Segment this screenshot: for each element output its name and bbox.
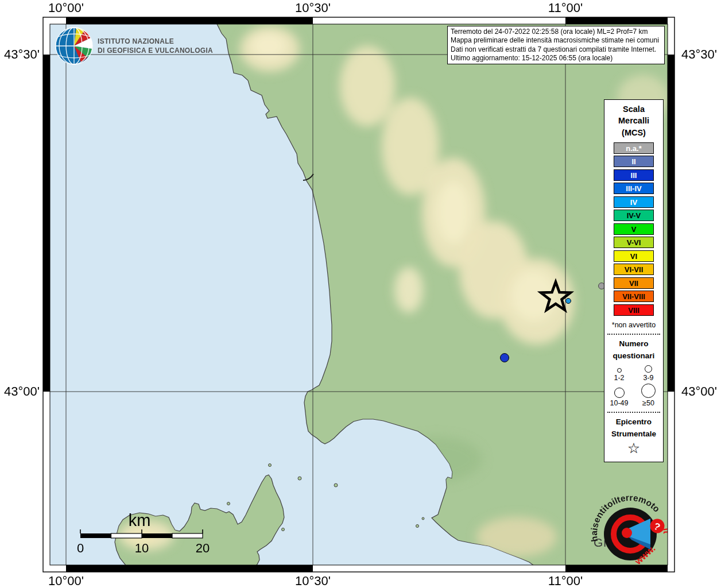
axis-bottom-lon1: 10°00' xyxy=(48,574,84,588)
event-info-line3: Dati non verificati estratti da 7 questi… xyxy=(451,45,661,54)
scale-unit: km xyxy=(129,511,151,529)
size-label: 3-9 xyxy=(643,374,653,382)
axis-left-lat2: 43°00' xyxy=(4,384,40,399)
axis-bottom-lon2: 10°30' xyxy=(295,574,331,588)
legend-title: Scala Mercalli (MCS) xyxy=(604,103,663,138)
event-info-line4: Ultimo aggiornamento: 15-12-2025 06:55 (… xyxy=(451,54,661,63)
axis-top-lon3: 11°00' xyxy=(548,1,583,15)
size-key-3-9: 3-9 xyxy=(634,365,663,382)
axis-bottom-lon3: 11°00' xyxy=(548,574,583,588)
legend-footnote: *non avvertito xyxy=(604,321,663,329)
questionnaire-title-line2: questionari xyxy=(604,350,663,362)
questionnaire-count-title: Numero questionari xyxy=(604,338,663,362)
observation-dot-iv xyxy=(566,299,571,304)
size-circle-xlarge-icon xyxy=(641,384,656,398)
scale-tick-0: 0 xyxy=(77,541,84,555)
epicenter-star-key-icon: ☆ xyxy=(604,441,663,456)
epicenter-key-title: Epicentro Strumentale xyxy=(604,416,663,440)
size-circle-small-icon xyxy=(617,368,622,373)
mcs-class-chip: III-IV xyxy=(614,183,654,194)
mcs-scale-chips: n.a.* II III III-IV IV IV-V V V-VI VI VI… xyxy=(604,142,663,316)
mcs-class-chip: IV-V xyxy=(614,210,654,221)
scale-tick-10: 10 xyxy=(135,541,149,555)
legend-title-line1: Scala xyxy=(604,103,663,115)
legend-title-line2: Mercalli xyxy=(604,115,663,126)
size-key-1-2: 1-2 xyxy=(604,368,634,382)
mcs-class-chip: III xyxy=(614,169,654,181)
observation-dot-iii xyxy=(501,354,509,362)
mcs-class-chip: II xyxy=(614,156,654,167)
mcs-class-chip: n.a.* xyxy=(614,142,654,154)
size-label: ≥50 xyxy=(642,399,654,407)
event-info-line2: Mappa preliminare delle intensità macros… xyxy=(451,36,661,45)
size-key-10-49: 10-49 xyxy=(604,388,634,407)
size-circle-medium-icon xyxy=(645,365,652,373)
mcs-class-chip: VII xyxy=(614,277,654,289)
mcs-class-chip: IV xyxy=(614,196,654,208)
mcs-class-chip: VI xyxy=(614,250,654,262)
event-info-line1: Terremoto del 24-07-2022 02:25:58 (ora l… xyxy=(451,28,661,36)
size-label: 1-2 xyxy=(614,374,624,382)
event-info-box: Terremoto del 24-07-2022 02:25:58 (ora l… xyxy=(447,26,665,64)
mcs-class-chip: V xyxy=(614,223,654,235)
axis-top-lon2: 10°30' xyxy=(295,1,331,15)
size-key-50plus: ≥50 xyxy=(634,384,663,407)
ingv-logo-line1: ISTITUTO NAZIONALE xyxy=(98,37,174,45)
axis-left-lat1: 43°30' xyxy=(4,47,40,61)
axis-top-lon1: 10°00' xyxy=(48,1,84,15)
mcs-class-chip: VII-VIII xyxy=(614,291,654,302)
legend-panel: Scala Mercalli (MCS) n.a.* II III III-IV… xyxy=(604,99,664,462)
legend-divider xyxy=(607,412,660,413)
mcs-class-chip: V-VI xyxy=(614,237,654,248)
epicenter-title-line2: Strumentale xyxy=(604,428,663,440)
size-label: 10-49 xyxy=(610,399,629,407)
axis-right-lat2: 43°00' xyxy=(681,384,717,399)
legend-title-line3: (MCS) xyxy=(604,127,663,138)
questionnaire-title-line1: Numero xyxy=(604,338,663,350)
mcs-class-chip: VI-VII xyxy=(614,264,654,275)
scale-tick-20: 20 xyxy=(196,541,210,555)
size-circle-large-icon xyxy=(614,388,625,398)
macroseismic-intensity-map: ISTITUTO NAZIONALE DI GEOFISICA E VULCAN… xyxy=(0,0,721,588)
legend-divider xyxy=(607,334,660,335)
questionnaire-size-key: 1-2 3-9 10-49 ≥50 xyxy=(604,365,663,407)
ingv-logo-line2: DI GEOFISICA E VULCANOLOGIA xyxy=(98,47,213,55)
epicenter-title-line1: Epicentro xyxy=(604,416,663,428)
axis-right-lat1: 43°30' xyxy=(681,47,717,61)
mcs-class-chip: VIII xyxy=(614,304,654,316)
